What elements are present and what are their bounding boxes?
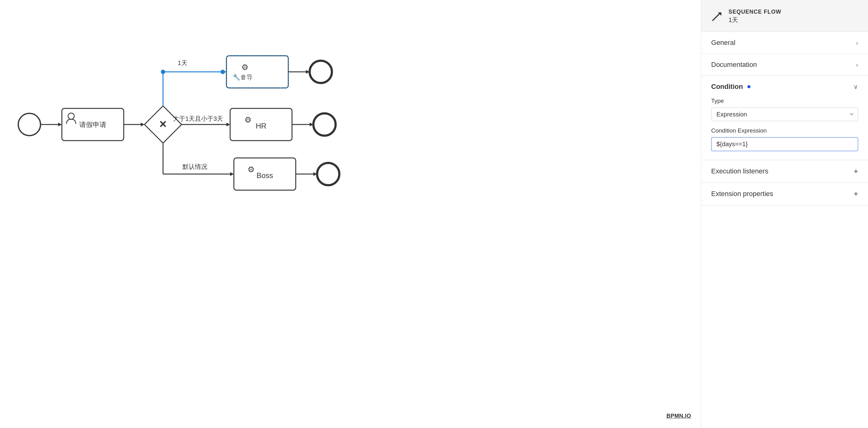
svg-marker-35	[230, 172, 234, 176]
svg-point-22	[310, 61, 332, 83]
svg-text:⚙: ⚙	[241, 62, 248, 72]
svg-text:Boss: Boss	[256, 171, 273, 180]
svg-text:⚙: ⚙	[247, 165, 255, 174]
type-label: Type	[711, 97, 858, 104]
svg-marker-15	[223, 70, 226, 74]
condition-section-header[interactable]: Condition ∨	[701, 76, 868, 97]
general-section-header[interactable]: General ›	[701, 32, 868, 54]
svg-text:1天: 1天	[178, 59, 187, 66]
svg-point-12	[161, 70, 165, 74]
svg-marker-24	[226, 123, 230, 126]
svg-point-41	[317, 163, 339, 185]
extension-properties-label: Extension properties	[711, 190, 773, 198]
svg-text:HR: HR	[256, 122, 267, 130]
documentation-label: Documentation	[711, 61, 757, 69]
svg-point-31	[313, 113, 336, 136]
execution-listeners-section: Execution listeners +	[701, 160, 868, 183]
extension-properties-section: Extension properties +	[701, 183, 868, 205]
general-section: General ›	[701, 32, 868, 54]
condition-dot	[747, 85, 750, 88]
canvas-area: 请假申请 × 1天 ⚙ 🔧🗑导	[0, 0, 701, 428]
documentation-section-header[interactable]: Documentation ›	[701, 54, 868, 76]
condition-label: Condition	[711, 83, 743, 91]
condition-chevron: ∨	[854, 83, 858, 90]
expr-input[interactable]	[711, 137, 858, 151]
general-chevron: ›	[856, 39, 858, 47]
sequence-flow-icon	[711, 11, 722, 22]
type-select[interactable]: Expression Default None	[711, 108, 858, 121]
panel-type-label: SEQUENCE FLOW	[728, 9, 781, 15]
svg-point-0	[18, 113, 40, 136]
condition-section: Condition ∨ Type Expression Default None…	[701, 76, 868, 160]
right-panel: SEQUENCE FLOW 1天 General › Documentation…	[701, 0, 868, 428]
svg-text:请假申请: 请假申请	[79, 121, 106, 129]
svg-text:大于1天且小于3天: 大于1天且小于3天	[173, 115, 223, 122]
extension-properties-header[interactable]: Extension properties +	[701, 183, 868, 205]
svg-text:⚙: ⚙	[244, 115, 251, 124]
execution-listeners-header[interactable]: Execution listeners +	[701, 160, 868, 182]
svg-rect-16	[226, 56, 288, 88]
panel-name-label: 1天	[728, 16, 781, 24]
condition-body: Type Expression Default None Condition E…	[701, 97, 868, 160]
expr-label: Condition Expression	[711, 127, 858, 134]
svg-text:默认情况: 默认情况	[182, 163, 207, 170]
panel-header: SEQUENCE FLOW 1天	[701, 0, 868, 32]
svg-line-42	[712, 13, 720, 21]
svg-text:🔧🗑导: 🔧🗑导	[232, 74, 253, 81]
general-label: General	[711, 39, 735, 47]
documentation-chevron: ›	[856, 61, 858, 68]
extension-properties-plus[interactable]: +	[854, 190, 858, 198]
execution-listeners-label: Execution listeners	[711, 167, 768, 175]
execution-listeners-plus[interactable]: +	[854, 167, 858, 176]
bpmn-watermark: BPMN.IO	[666, 413, 691, 419]
svg-marker-2	[58, 123, 62, 126]
svg-text:×: ×	[159, 117, 166, 131]
documentation-section: Documentation ›	[701, 54, 868, 76]
